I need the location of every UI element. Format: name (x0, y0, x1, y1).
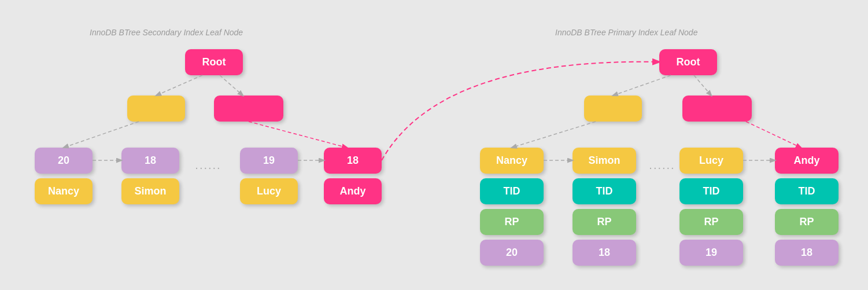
right-leaf4-name: Andy (775, 148, 839, 174)
left-mid-pink (214, 96, 283, 122)
right-leaf1-rp: RP (480, 209, 544, 235)
right-leaf4-tid: TID (775, 178, 839, 204)
left-dots: ...... (191, 156, 226, 174)
svg-line-1 (220, 75, 243, 96)
left-mid-yellow (127, 96, 185, 122)
right-leaf4-rp: RP (775, 209, 839, 235)
left-leaf2-bot: Simon (121, 178, 179, 204)
svg-line-9 (746, 122, 801, 148)
right-leaf2-tid: TID (572, 178, 636, 204)
right-leaf1-name: Nancy (480, 148, 544, 174)
right-leaf4-num: 18 (775, 240, 839, 266)
left-leaf1-bot: Nancy (35, 178, 93, 204)
right-root: Root (659, 49, 717, 75)
left-leaf3-top: 19 (240, 148, 298, 174)
right-diagram-label: InnoDB BTree Primary Index Leaf Node (555, 28, 697, 37)
right-leaf1-tid: TID (480, 178, 544, 204)
right-leaf3-num: 19 (679, 240, 743, 266)
left-leaf1-top: 20 (35, 148, 93, 174)
right-mid-pink (682, 96, 752, 122)
right-leaf1-num: 20 (480, 240, 544, 266)
left-leaf4-top: 18 (324, 148, 382, 174)
left-diagram-label: InnoDB BTree Secondary Index Leaf Node (90, 28, 243, 37)
svg-line-0 (156, 75, 202, 96)
right-leaf2-rp: RP (572, 209, 636, 235)
svg-line-6 (613, 75, 671, 96)
diagram: InnoDB BTree Secondary Index Leaf Node I… (0, 0, 868, 290)
right-leaf3-name: Lucy (679, 148, 743, 174)
left-leaf4-bot: Andy (324, 178, 382, 204)
right-mid-yellow (584, 96, 642, 122)
right-leaf2-name: Simon (572, 148, 636, 174)
svg-line-2 (64, 122, 139, 148)
right-dots: ...... (645, 156, 679, 174)
svg-line-8 (512, 122, 596, 148)
right-leaf3-tid: TID (679, 178, 743, 204)
left-leaf2-top: 18 (121, 148, 179, 174)
svg-line-7 (694, 75, 711, 96)
left-root: Root (185, 49, 243, 75)
left-leaf3-bot: Lucy (240, 178, 298, 204)
right-leaf2-num: 18 (572, 240, 636, 266)
svg-line-3 (249, 122, 347, 148)
right-leaf3-rp: RP (679, 209, 743, 235)
